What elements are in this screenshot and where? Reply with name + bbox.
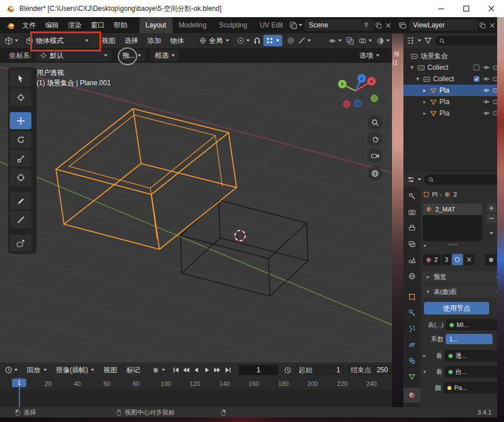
properties-search[interactable] — [424, 174, 501, 185]
checkbox-checked-icon[interactable] — [473, 75, 480, 82]
ortho-toggle-button[interactable] — [367, 166, 382, 181]
tab-view-layer[interactable] — [403, 237, 421, 252]
outliner-row-plane-selected[interactable]: ▸ Pla — [403, 85, 504, 96]
menu-edit[interactable]: 编辑 — [41, 18, 63, 33]
browse-scene-icon[interactable] — [289, 21, 298, 30]
tab-particles[interactable] — [403, 321, 421, 336]
scale-tool-button[interactable] — [10, 150, 31, 167]
fake-user-shield-button[interactable] — [452, 254, 463, 265]
hide-eye-icon[interactable] — [482, 86, 490, 94]
scene-selector[interactable]: Scene — [305, 19, 373, 31]
properties-editor-caret-icon[interactable] — [418, 178, 421, 181]
jump-prev-keyframe-button[interactable] — [181, 365, 191, 375]
workspace-tab-modeling[interactable]: Modeling — [173, 17, 213, 33]
slot-add-button[interactable] — [487, 204, 496, 213]
tab-object-data[interactable] — [403, 369, 421, 384]
factor-slider[interactable]: 1... — [446, 334, 493, 344]
scene-copy-button[interactable] — [374, 19, 384, 31]
outliner-row-plane-3[interactable]: ▸ Pla — [403, 108, 504, 119]
gizmo-x-neg-axis[interactable] — [343, 101, 350, 108]
view-layer-remove-button[interactable] — [488, 19, 497, 31]
shading-sphere-icon[interactable] — [376, 37, 385, 45]
expander-icon[interactable]: ▸ — [422, 353, 427, 359]
jump-to-end-button[interactable] — [223, 365, 233, 375]
material-users-count[interactable]: 3 — [442, 254, 451, 265]
surface-section-header[interactable]: ▾表(曲)面•••• — [422, 286, 504, 297]
breadcrumb-object[interactable]: Pl — [432, 191, 438, 198]
pin-icon[interactable] — [363, 22, 370, 29]
clock-icon[interactable] — [284, 367, 291, 374]
falloff-curve-icon[interactable] — [298, 37, 306, 45]
frame-start-field[interactable]: 起始1 — [295, 365, 345, 375]
hide-eye-icon[interactable] — [482, 75, 490, 83]
menu-window[interactable]: 窗口 — [86, 18, 109, 33]
tab-tool[interactable] — [403, 189, 421, 204]
rotate-tool-button[interactable] — [10, 131, 31, 148]
editor-type-icon[interactable] — [5, 37, 13, 45]
shading-caret-icon[interactable] — [386, 39, 390, 42]
outliner-row-collection-1[interactable]: ▼ Collect — [403, 62, 504, 73]
close-button[interactable] — [479, 0, 504, 17]
surface-shader-dropdown[interactable]: MI... — [446, 319, 503, 331]
playhead-frame-badge[interactable]: 1 — [12, 379, 26, 387]
tab-constraints[interactable] — [403, 353, 421, 368]
pan-hand-button[interactable] — [367, 132, 382, 146]
play-reverse-button[interactable] — [191, 365, 202, 375]
panel-grip[interactable]: •••• — [448, 241, 458, 248]
slot-specials-button[interactable] — [487, 229, 496, 238]
falloff-caret-icon[interactable] — [307, 39, 311, 42]
add-cube-tool-button[interactable] — [10, 234, 31, 252]
expander-icon[interactable]: ▾ — [422, 369, 427, 375]
gizmo-z-neg-axis[interactable] — [354, 100, 361, 107]
hide-eye-icon[interactable] — [482, 63, 490, 71]
scene-browse-caret-icon[interactable] — [299, 24, 302, 26]
snap-magnet-icon[interactable] — [253, 37, 261, 45]
maximize-button[interactable] — [454, 0, 479, 17]
keying-menu[interactable]: 抠像(插帧) — [51, 363, 99, 377]
use-nodes-button[interactable]: 使用节点 — [424, 302, 489, 314]
play-button[interactable] — [202, 365, 212, 375]
unlink-material-button[interactable] — [464, 254, 474, 265]
tab-output[interactable] — [403, 221, 421, 236]
navigation-gizmo[interactable]: Y Z X — [323, 70, 386, 116]
material-breadcrumb-icon[interactable] — [444, 191, 451, 198]
menu-object[interactable]: 物体 — [166, 33, 189, 48]
tab-render[interactable] — [403, 205, 421, 220]
overlays-icon[interactable] — [358, 37, 367, 45]
color-dropdown[interactable]: Pa... — [443, 382, 503, 393]
move-tool-button[interactable] — [10, 112, 31, 129]
options-dropdown[interactable]: 选项 — [355, 48, 384, 63]
material-slot-list[interactable]: 2_MAT — [423, 204, 482, 241]
orientation-dropdown[interactable]: 全局 — [195, 35, 233, 46]
timeline-editor-icon[interactable] — [5, 366, 13, 374]
transform-tool-button[interactable] — [10, 169, 31, 186]
tab-modifiers[interactable] — [403, 305, 421, 320]
menu-add[interactable]: 添加 — [143, 33, 166, 48]
cursor-tool-button[interactable] — [10, 89, 31, 106]
blender-app-menu-icon[interactable] — [6, 21, 15, 30]
jump-to-start-button[interactable] — [171, 365, 181, 375]
properties-editor-icon[interactable] — [407, 176, 415, 184]
select-box-tool-button[interactable] — [10, 70, 31, 87]
workspace-tab-uvedit[interactable]: UV Edit — [254, 17, 290, 33]
menu-render[interactable]: 渲染 — [63, 18, 86, 33]
preview-section-header[interactable]: ▸预览•••• — [422, 271, 504, 282]
outliner-row-collection-2[interactable]: ▼ Collect — [403, 73, 504, 85]
snap-target-dropdown[interactable] — [263, 35, 282, 46]
view-layer-selector[interactable]: ViewLayer — [409, 19, 478, 31]
xray-toggle-icon[interactable] — [346, 37, 354, 45]
timeline-view-menu[interactable]: 视图 — [99, 363, 122, 377]
current-frame-field[interactable]: 1 — [239, 365, 278, 375]
shader1-dropdown[interactable]: 透... — [445, 350, 503, 361]
tab-material[interactable] — [403, 388, 421, 403]
outliner-editor-icon[interactable] — [407, 37, 415, 45]
slot-expander-icon[interactable]: ▸ — [424, 242, 427, 248]
tab-physics[interactable] — [403, 337, 421, 352]
hide-eye-icon[interactable] — [482, 98, 490, 106]
material-slot-item[interactable]: 2_MAT — [423, 204, 482, 215]
view-layer-copy-button[interactable] — [478, 19, 488, 31]
measure-tool-button[interactable] — [10, 211, 31, 228]
annotate-tool-button[interactable] — [10, 192, 31, 209]
menu-file[interactable]: 文件 — [18, 18, 41, 33]
outliner-search[interactable] — [435, 35, 501, 46]
